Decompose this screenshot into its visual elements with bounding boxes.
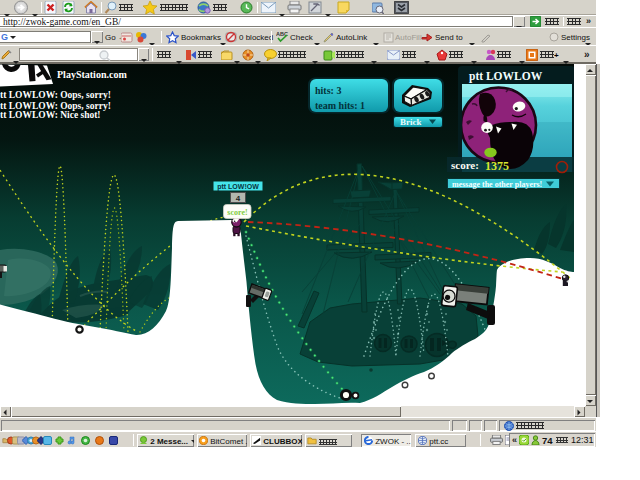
svg-text:ptt LOW!OW: ptt LOW!OW: [217, 183, 259, 191]
svg-text:4: 4: [236, 194, 241, 203]
svg-text:score!: score!: [227, 208, 247, 217]
svg-text:team hits: 1: team hits: 1: [315, 100, 365, 111]
svg-text:score:: score:: [451, 159, 479, 171]
svg-text:ptt LOWLOW: ptt LOWLOW: [469, 70, 543, 83]
svg-text:1375: 1375: [485, 159, 509, 173]
svg-text:hits: 3: hits: 3: [315, 85, 341, 96]
svg-text:Brick: Brick: [400, 117, 422, 127]
svg-text:tt LOWLOW: Oops, sorry!: tt LOWLOW: Oops, sorry!: [0, 101, 111, 111]
svg-text:PlayStation.com: PlayStation.com: [57, 69, 127, 80]
svg-text:message the other players!: message the other players!: [452, 180, 542, 189]
svg-text:tt LOWLOW: Oops, sorry!: tt LOWLOW: Oops, sorry!: [0, 90, 111, 100]
svg-text:tt LOWLOW: Nice shot!: tt LOWLOW: Nice shot!: [0, 110, 101, 120]
